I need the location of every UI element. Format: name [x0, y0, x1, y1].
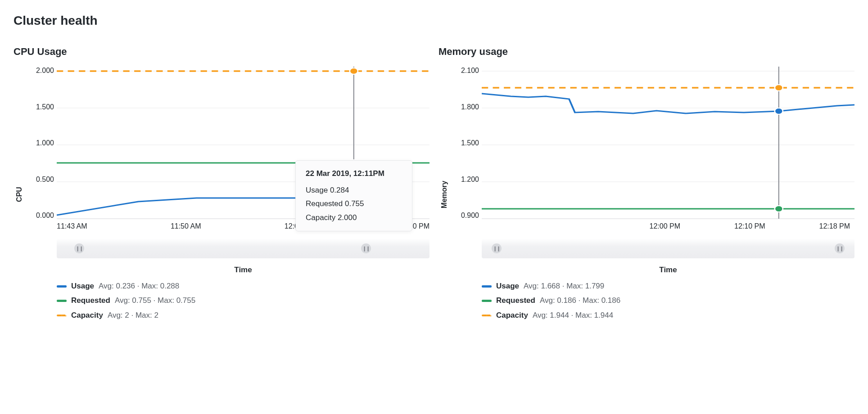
legend-stats: Avg: 1.944 · Max: 1.944 [533, 308, 613, 323]
memory-x-axis-label: Time [482, 266, 854, 274]
time-scrubber[interactable]: ❙❙ ❙❙ [482, 238, 854, 258]
tooltip-row: Capacity 2.000 [306, 211, 402, 225]
cpu-legend: Usage Avg: 0.236 · Max: 0.288 Requested … [57, 279, 429, 323]
y-tick: 1.800 [452, 103, 479, 111]
swatch-capacity-icon [482, 315, 492, 316]
legend-label: Capacity [496, 308, 528, 323]
scrubber-handle-left[interactable]: ❙❙ [492, 243, 502, 253]
y-tick: 1.500 [27, 103, 54, 111]
swatch-usage-icon [57, 285, 67, 288]
legend-item-usage[interactable]: Usage Avg: 1.668 · Max: 1.799 [482, 279, 854, 293]
legend-label: Capacity [71, 308, 103, 323]
swatch-requested-icon [482, 300, 492, 302]
y-tick: 2.100 [452, 67, 479, 75]
y-tick: 1.200 [452, 176, 479, 184]
tooltip-title: 22 Mar 2019, 12:11PM [306, 167, 402, 181]
y-tick: 2.000 [27, 67, 54, 75]
legend-stats: Avg: 2 · Max: 2 [108, 308, 158, 323]
tooltip-row: Requested 0.755 [306, 197, 402, 211]
svg-point-19 [775, 85, 783, 91]
x-tick: 11:43 AM [57, 222, 87, 230]
memory-chart-panel: Memory usage Memory 2.100 1.800 1.500 1.… [439, 46, 854, 323]
chart-tooltip: 22 Mar 2019, 12:11PM Usage 0.284 Request… [295, 160, 412, 231]
memory-chart-plot[interactable] [482, 67, 854, 220]
legend-stats: Avg: 0.186 · Max: 0.186 [540, 293, 620, 308]
x-tick: 12:10 PM [734, 222, 765, 230]
y-tick: 0.900 [452, 212, 479, 220]
legend-item-usage[interactable]: Usage Avg: 0.236 · Max: 0.288 [57, 279, 429, 293]
svg-point-21 [775, 206, 783, 212]
svg-point-20 [775, 108, 783, 114]
memory-legend: Usage Avg: 1.668 · Max: 1.799 Requested … [482, 279, 854, 323]
x-tick: 11:50 AM [171, 222, 201, 230]
legend-label: Requested [71, 293, 110, 308]
legend-label: Usage [496, 279, 519, 293]
cpu-x-axis-label: Time [57, 266, 429, 274]
legend-label: Usage [71, 279, 94, 293]
page-title: Cluster health [14, 14, 854, 28]
scrubber-handle-right[interactable]: ❙❙ [835, 243, 845, 253]
y-tick: 1.500 [452, 139, 479, 147]
y-tick: 0.500 [27, 176, 54, 184]
swatch-usage-icon [482, 285, 492, 288]
cpu-y-axis-label: CPU [14, 67, 25, 323]
cpu-chart-title: CPU Usage [14, 46, 429, 58]
legend-item-requested[interactable]: Requested Avg: 0.186 · Max: 0.186 [482, 293, 854, 308]
scrubber-handle-right[interactable]: ❙❙ [361, 243, 371, 253]
legend-item-capacity[interactable]: Capacity Avg: 1.944 · Max: 1.944 [482, 308, 854, 323]
y-tick: 1.000 [27, 139, 54, 147]
swatch-capacity-icon [57, 315, 67, 316]
legend-label: Requested [496, 293, 535, 308]
scrubber-handle-left[interactable]: ❙❙ [74, 243, 84, 253]
svg-point-8 [350, 68, 358, 74]
tooltip-row: Usage 0.284 [306, 184, 402, 198]
memory-y-axis-label: Memory [439, 67, 450, 323]
legend-stats: Avg: 0.236 · Max: 0.288 [99, 279, 179, 293]
legend-stats: Avg: 1.668 · Max: 1.799 [524, 279, 604, 293]
legend-item-capacity[interactable]: Capacity Avg: 2 · Max: 2 [57, 308, 429, 323]
x-tick: 12:00 PM [650, 222, 680, 230]
swatch-requested-icon [57, 300, 67, 302]
x-tick: 12:18 PM [819, 222, 850, 230]
y-tick: 0.000 [27, 212, 54, 220]
cpu-chart-panel: CPU Usage CPU 2.000 1.500 1.000 0.500 0.… [14, 46, 429, 323]
legend-item-requested[interactable]: Requested Avg: 0.755 · Max: 0.755 [57, 293, 429, 308]
legend-stats: Avg: 0.755 · Max: 0.755 [115, 293, 195, 308]
memory-chart-title: Memory usage [439, 46, 854, 58]
time-scrubber[interactable]: ❙❙ ❙❙ [57, 238, 429, 258]
